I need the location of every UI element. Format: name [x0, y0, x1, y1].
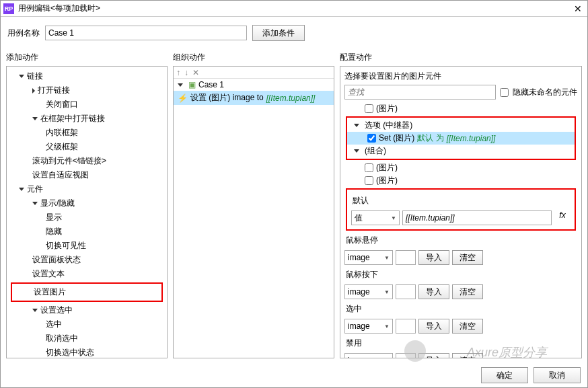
tree-unselect[interactable]: 取消选中 [7, 332, 167, 346]
tree-selected[interactable]: 选中 [7, 317, 167, 332]
bolt-icon: ⚡ [178, 93, 188, 103]
tree-hide[interactable]: 隐藏 [7, 225, 167, 239]
select-widget-label: 选择要设置图片的图片元件 [344, 71, 577, 85]
selected-state-label: 选中 [344, 301, 577, 317]
tree-links[interactable]: 链接 [7, 69, 167, 83]
expand-icon [32, 117, 38, 120]
hide-unnamed-label: 隐藏未命名的元件 [513, 87, 577, 98]
mousedown-label: 鼠标按下 [344, 266, 577, 283]
expand-icon [354, 124, 359, 127]
move-down-icon[interactable]: ↓ [184, 68, 188, 77]
window-title: 用例编辑<每项加载时> [18, 3, 571, 14]
tree-parent-frame[interactable]: 父级框架 [7, 140, 167, 154]
expand-icon [19, 75, 24, 78]
expand-icon [19, 188, 24, 191]
case-icon: ▣ [188, 80, 196, 89]
tree-inline-frame[interactable]: 内联框架 [7, 126, 167, 140]
widget-group[interactable]: (组合) [347, 145, 575, 157]
hover-type-select[interactable]: image▼ [344, 250, 393, 265]
tree-show[interactable]: 显示 [7, 210, 167, 225]
mousedown-type-select[interactable]: image▼ [344, 284, 393, 299]
mousedown-swatch[interactable] [396, 284, 416, 299]
case-name-label: 用例名称 [7, 28, 40, 39]
org-case[interactable]: ▣ Case 1 [174, 79, 334, 91]
chevron-down-icon: ▼ [384, 323, 390, 329]
col3-header: 配置动作 [340, 49, 582, 66]
col2-header: 组织动作 [173, 49, 334, 66]
disabled-type-select[interactable]: image▼ [344, 353, 393, 358]
default-type-select[interactable]: 值▼ [351, 210, 400, 225]
tree-set-view[interactable]: 设置自适应视图 [7, 168, 167, 182]
tree-close-window[interactable]: 关闭窗口 [7, 98, 167, 112]
selected-import-button[interactable]: 导入 [418, 319, 449, 334]
widget-pic-1[interactable]: (图片) [344, 102, 577, 115]
tree-toggle-vis[interactable]: 切换可见性 [7, 239, 167, 253]
disabled-clear-button[interactable]: 清空 [452, 353, 483, 358]
widget-search-input[interactable] [344, 85, 496, 100]
reorder-toolbar: ↑ ↓ ✕ [174, 67, 334, 79]
tree-panel-state[interactable]: 设置面板状态 [7, 253, 167, 267]
tree-widgets[interactable]: 元件 [7, 182, 167, 196]
org-action-set-image[interactable]: ⚡ 设置 (图片) image to [[Item.tupian]] [174, 91, 334, 105]
ok-button[interactable]: 确定 [481, 367, 528, 383]
expand-icon [32, 202, 38, 205]
widget-pic-2[interactable]: (图片) [344, 161, 577, 174]
hover-label: 鼠标悬停 [344, 232, 577, 249]
add-condition-button[interactable]: 添加条件 [252, 25, 305, 41]
widget-set-item[interactable]: Set (图片) 默认 为 [[Item.tupian]] [347, 132, 575, 145]
tree-set-image[interactable]: 设置图片 [13, 285, 160, 299]
selected-swatch[interactable] [396, 319, 416, 334]
hover-import-button[interactable]: 导入 [418, 250, 449, 265]
move-up-icon[interactable]: ↑ [176, 68, 180, 77]
hide-unnamed-checkbox[interactable] [500, 88, 509, 97]
configure-panel: 选择要设置图片的图片元件 隐藏未命名的元件 (图片) 选项 (中继器) Set … [340, 66, 582, 358]
selected-type-select[interactable]: image▼ [344, 319, 393, 334]
mousedown-import-button[interactable]: 导入 [418, 284, 449, 299]
hover-clear-button[interactable]: 清空 [452, 250, 483, 265]
collapse-icon [32, 88, 35, 93]
case-name-input[interactable] [45, 26, 247, 40]
tree-set-text[interactable]: 设置文本 [7, 267, 167, 281]
widget-repeater[interactable]: 选项 (中继器) [347, 119, 575, 132]
fx-button[interactable]: fx [554, 210, 571, 225]
watermark-icon [404, 340, 426, 362]
disabled-label: 禁用 [344, 335, 577, 352]
tree-show-hide[interactable]: 显示/隐藏 [7, 196, 167, 210]
expand-icon [354, 149, 359, 153]
tree-scroll-to[interactable]: 滚动到元件<锚链接> [7, 154, 167, 168]
chevron-down-icon: ▼ [384, 358, 390, 359]
chevron-down-icon: ▼ [384, 289, 390, 295]
tree-open-link[interactable]: 打开链接 [7, 83, 167, 98]
app-icon: RP [3, 3, 14, 14]
hover-swatch[interactable] [396, 250, 416, 265]
mousedown-clear-button[interactable]: 清空 [452, 284, 483, 299]
default-value-input[interactable] [402, 210, 552, 225]
default-label: 默认 [351, 192, 571, 209]
delete-icon[interactable]: ✕ [192, 68, 199, 77]
chevron-down-icon: ▼ [391, 215, 396, 221]
tree-set-selected[interactable]: 设置选中 [7, 303, 167, 317]
organize-panel: ↑ ↓ ✕ ▣ Case 1 ⚡ 设置 (图片) image to [[Item… [173, 66, 334, 358]
cancel-button[interactable]: 取消 [534, 367, 581, 383]
selected-clear-button[interactable]: 清空 [452, 319, 483, 334]
chevron-down-icon: ▼ [384, 255, 390, 261]
expand-icon [178, 83, 183, 87]
close-button[interactable]: ✕ [571, 2, 585, 15]
add-action-panel: 链接 打开链接 关闭窗口 在框架中打开链接 内联框架 父级框架 滚动到元件<锚链… [6, 66, 168, 358]
col1-header: 添加动作 [6, 49, 168, 66]
widget-pic-3[interactable]: (图片) [344, 174, 577, 187]
tree-toggle-sel[interactable]: 切换选中状态 [7, 346, 167, 358]
expand-icon [32, 309, 38, 312]
tree-open-in-frame[interactable]: 在框架中打开链接 [7, 112, 167, 126]
